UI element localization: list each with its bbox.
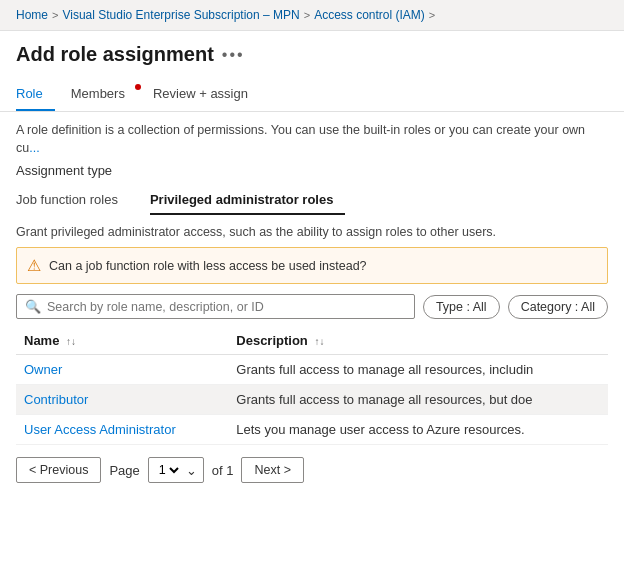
role-name-uaa[interactable]: User Access Administrator (16, 415, 228, 445)
warning-bar: ⚠ Can a job function role with less acce… (16, 247, 608, 284)
next-button[interactable]: Next > (241, 457, 303, 483)
tab-role[interactable]: Role (16, 78, 55, 111)
search-input[interactable] (47, 300, 406, 314)
page-header: Add role assignment ••• (0, 31, 624, 70)
breadcrumb-sep3: > (429, 9, 435, 21)
pagination-row: < Previous Page 1 ⌄ of 1 Next > (0, 445, 624, 495)
subtab-privileged[interactable]: Privileged administrator roles (150, 186, 346, 215)
search-icon: 🔍 (25, 299, 41, 314)
subtabs-bar: Job function roles Privileged administra… (0, 186, 624, 215)
tab-members[interactable]: Members (71, 78, 137, 111)
page-label: Page (109, 463, 139, 478)
search-filter-row: 🔍 Type : All Category : All (0, 294, 624, 327)
page-select-wrap[interactable]: 1 ⌄ (148, 457, 204, 483)
role-desc-contributor: Grants full access to manage all resourc… (228, 385, 608, 415)
table-header-row: Name ↑↓ Description ↑↓ (16, 327, 608, 355)
name-sort-icon[interactable]: ↑↓ (66, 336, 76, 347)
role-name-owner[interactable]: Owner (16, 355, 228, 385)
description-text: A role definition is a collection of per… (0, 112, 624, 161)
search-box[interactable]: 🔍 (16, 294, 415, 319)
roles-table: Name ↑↓ Description ↑↓ Owner Grants full… (16, 327, 608, 445)
table-row: User Access Administrator Lets you manag… (16, 415, 608, 445)
breadcrumb-sep2: > (304, 9, 310, 21)
category-filter[interactable]: Category : All (508, 295, 608, 319)
breadcrumb-subscription[interactable]: Visual Studio Enterprise Subscription – … (62, 8, 299, 22)
tabs-bar: Role Members Review + assign (0, 78, 624, 112)
breadcrumb: Home > Visual Studio Enterprise Subscrip… (0, 0, 624, 31)
custom-roles-link[interactable]: ... (29, 141, 39, 155)
page-title: Add role assignment (16, 43, 214, 66)
warning-icon: ⚠ (27, 256, 41, 275)
table-row: Owner Grants full access to manage all r… (16, 355, 608, 385)
previous-button[interactable]: < Previous (16, 457, 101, 483)
table-row: Contributor Grants full access to manage… (16, 385, 608, 415)
warning-text: Can a job function role with less access… (49, 259, 367, 273)
tab-review[interactable]: Review + assign (153, 78, 260, 111)
grant-text: Grant privileged administrator access, s… (0, 215, 624, 247)
of-label: of 1 (212, 463, 234, 478)
chevron-down-icon: ⌄ (186, 463, 197, 478)
roles-table-container: Name ↑↓ Description ↑↓ Owner Grants full… (0, 327, 624, 445)
role-desc-uaa: Lets you manage user access to Azure res… (228, 415, 608, 445)
page-select[interactable]: 1 (155, 462, 182, 478)
breadcrumb-home[interactable]: Home (16, 8, 48, 22)
subtab-job[interactable]: Job function roles (16, 186, 130, 215)
col-description: Description ↑↓ (228, 327, 608, 355)
role-name-contributor[interactable]: Contributor (16, 385, 228, 415)
role-desc-owner: Grants full access to manage all resourc… (228, 355, 608, 385)
assignment-type-label: Assignment type (0, 161, 624, 186)
col-name: Name ↑↓ (16, 327, 228, 355)
members-dot (135, 84, 141, 90)
breadcrumb-sep1: > (52, 9, 58, 21)
type-filter[interactable]: Type : All (423, 295, 500, 319)
more-options-icon[interactable]: ••• (222, 46, 245, 64)
desc-sort-icon[interactable]: ↑↓ (314, 336, 324, 347)
breadcrumb-iam[interactable]: Access control (IAM) (314, 8, 425, 22)
